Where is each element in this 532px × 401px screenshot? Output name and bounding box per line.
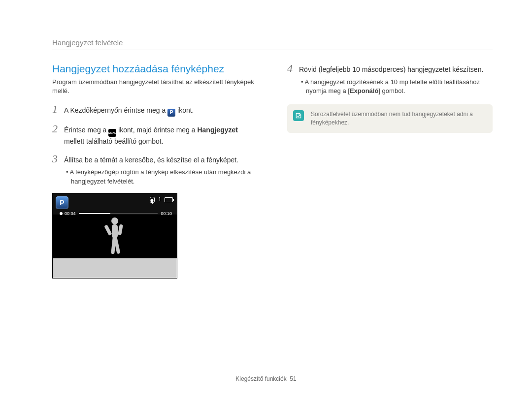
footer-section: Kiegészítő funkciók	[235, 375, 286, 382]
step-1: 1 A Kezdőképernyőn érintse meg a P ikont…	[52, 104, 258, 117]
step-number: 1	[52, 104, 64, 115]
step-4-sub: A hangjegyzet rögzítésének a 10 mp letel…	[299, 78, 493, 95]
step-number: 2	[52, 123, 64, 134]
step-3: 3 Állítsa be a témát a keresőbe, és kész…	[52, 154, 258, 186]
step-2-text-mid: ikont, majd érintse meg a	[116, 126, 197, 134]
battery-icon	[165, 197, 173, 202]
svg-point-0	[111, 217, 118, 224]
recording-progress: 00:04 00:10	[60, 211, 172, 216]
svg-rect-2	[104, 224, 112, 236]
step-2: 2 Érintse meg a MENU ikont, majd érintse…	[52, 123, 258, 147]
svg-rect-1	[112, 224, 118, 238]
note-icon	[293, 110, 304, 121]
step-3-text: Állítsa be a témát a keresőbe, és készít…	[64, 156, 238, 164]
menu-icon: MENU	[108, 129, 116, 137]
step-3-sub: A fényképezőgép rögtön a fénykép elkészí…	[64, 168, 258, 185]
right-column: 4 Rövid (legfeljebb 10 másodperces) hang…	[287, 63, 493, 278]
mode-badge-icon: P	[56, 196, 68, 209]
rec-total-time: 00:10	[161, 211, 172, 216]
page-header: Hangjegyzet felvétele	[52, 38, 493, 50]
step-4: 4 Rövid (legfeljebb 10 másodperces) hang…	[287, 63, 493, 95]
step-4-text: Rövid (legfeljebb 10 másodperces) hangje…	[299, 65, 483, 73]
microphone-icon	[150, 197, 155, 203]
left-column: Hangjegyzet hozzáadása fényképhez Progra…	[52, 63, 258, 278]
program-mode-icon: P	[167, 109, 175, 117]
step-2-text-post: mellett található beállító gombot.	[64, 137, 164, 145]
camera-preview-illustration: P 1 00:04 00:10	[52, 193, 177, 278]
info-note: Sorozatfelvétel üzemmódban nem tud hangj…	[287, 104, 493, 133]
step-number: 3	[52, 154, 64, 164]
intro-text: Program üzemmódban hangjegyzetet társíth…	[52, 78, 258, 95]
footer-page-number: 51	[290, 375, 296, 382]
step-1-text-pre: A Kezdőképernyőn érintse meg a	[64, 106, 167, 114]
svg-rect-3	[118, 224, 123, 236]
rec-current-time: 00:04	[65, 211, 76, 216]
shot-counter: 1	[158, 197, 161, 202]
section-title: Hangjegyzet hozzáadása fényképhez	[52, 63, 258, 75]
note-text: Sorozatfelvétel üzemmódban nem tud hangj…	[311, 111, 473, 126]
record-dot-icon	[60, 212, 63, 215]
step-2-bold: Hangjegyzet	[197, 126, 237, 134]
step-number: 4	[287, 63, 299, 74]
page-footer: Kiegészítő funkciók 51	[0, 375, 532, 382]
step-1-text-post: ikont.	[175, 106, 194, 114]
person-silhouette-icon	[102, 216, 127, 259]
step-2-text-pre: Érintse meg a	[64, 126, 108, 134]
